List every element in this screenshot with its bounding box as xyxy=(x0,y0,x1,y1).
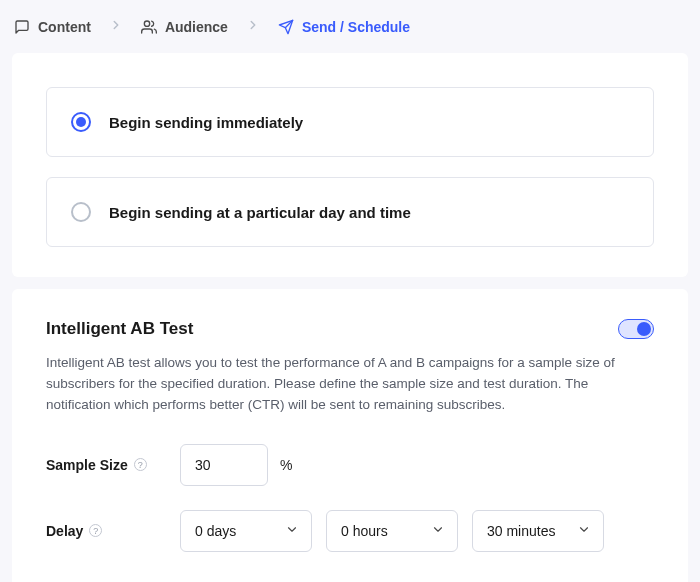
sample-size-input[interactable] xyxy=(180,444,268,486)
ab-test-description: Intelligent AB test allows you to test t… xyxy=(46,353,654,416)
delay-hours-select[interactable]: 0 hours xyxy=(326,510,458,552)
option-send-scheduled[interactable]: Begin sending at a particular day and ti… xyxy=(46,177,654,247)
delay-days-select[interactable]: 0 days xyxy=(180,510,312,552)
ab-test-header: Intelligent AB Test xyxy=(46,319,654,339)
sample-size-label: Sample Size ? xyxy=(46,457,180,473)
delay-select-group: 0 days 0 hours 30 minutes xyxy=(180,510,604,552)
ab-test-title: Intelligent AB Test xyxy=(46,319,193,339)
select-value: 0 hours xyxy=(341,523,388,539)
select-value: 0 days xyxy=(195,523,236,539)
ab-test-section: Intelligent AB Test Intelligent AB test … xyxy=(12,289,688,582)
ab-test-toggle[interactable] xyxy=(618,319,654,339)
audience-icon xyxy=(141,19,157,35)
percent-unit: % xyxy=(280,457,292,473)
label-text: Sample Size xyxy=(46,457,128,473)
radio-selected-icon xyxy=(71,112,91,132)
chevron-down-icon xyxy=(285,522,299,539)
delay-row: Delay ? 0 days 0 hours 30 minutes xyxy=(46,510,654,552)
delay-label: Delay ? xyxy=(46,523,180,539)
content-icon xyxy=(14,19,30,35)
breadcrumb: Content Audience Send / Schedule xyxy=(0,0,700,53)
radio-unselected-icon xyxy=(71,202,91,222)
option-send-immediately[interactable]: Begin sending immediately xyxy=(46,87,654,157)
chevron-right-icon xyxy=(246,18,260,35)
sample-size-row: Sample Size ? % xyxy=(46,444,654,486)
chevron-down-icon xyxy=(431,522,445,539)
option-label: Begin sending immediately xyxy=(109,114,303,131)
breadcrumb-step-content[interactable]: Content xyxy=(14,19,91,35)
send-options-card: Begin sending immediately Begin sending … xyxy=(12,53,688,277)
breadcrumb-label: Send / Schedule xyxy=(302,19,410,35)
send-icon xyxy=(278,19,294,35)
select-value: 30 minutes xyxy=(487,523,555,539)
breadcrumb-step-audience[interactable]: Audience xyxy=(141,19,228,35)
breadcrumb-label: Audience xyxy=(165,19,228,35)
svg-point-0 xyxy=(144,21,149,26)
breadcrumb-step-send-schedule[interactable]: Send / Schedule xyxy=(278,19,410,35)
chevron-right-icon xyxy=(109,18,123,35)
help-icon[interactable]: ? xyxy=(134,458,147,471)
help-icon[interactable]: ? xyxy=(89,524,102,537)
label-text: Delay xyxy=(46,523,83,539)
breadcrumb-label: Content xyxy=(38,19,91,35)
chevron-down-icon xyxy=(577,522,591,539)
option-label: Begin sending at a particular day and ti… xyxy=(109,204,411,221)
delay-minutes-select[interactable]: 30 minutes xyxy=(472,510,604,552)
